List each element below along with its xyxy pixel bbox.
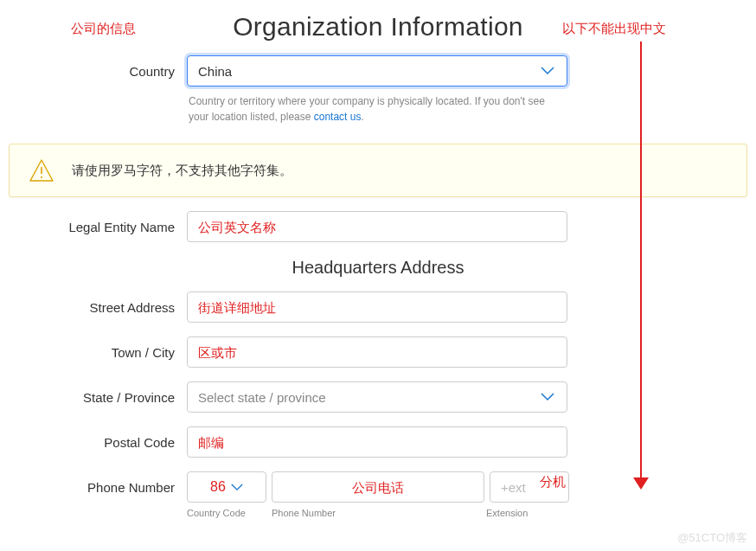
headquarters-heading: Headquarters Address <box>0 258 756 278</box>
chevron-down-icon <box>541 393 554 401</box>
street-input[interactable] <box>187 292 567 323</box>
chevron-down-icon <box>541 67 554 75</box>
state-select[interactable]: Select state / province <box>187 381 567 413</box>
annotation-arrow-line <box>640 42 642 483</box>
annotation-arrow-head-icon <box>633 477 649 490</box>
country-select-value: China <box>198 64 232 79</box>
annotation-company-info: 公司的信息 <box>71 21 136 37</box>
country-code-value: 86 <box>210 479 226 495</box>
annotation-no-chinese: 以下不能出现中文 <box>562 21 666 37</box>
legal-entity-input[interactable] <box>187 211 567 242</box>
country-select[interactable]: China <box>187 55 567 86</box>
country-help-text: Country or territory where your company … <box>187 93 567 125</box>
phone-label: Phone Number <box>14 480 187 495</box>
country-code-select[interactable]: 86 <box>187 471 266 503</box>
alert-text: 请使用罗马字符，不支持其他字符集。 <box>72 163 292 179</box>
state-select-placeholder: Select state / province <box>198 390 326 405</box>
organization-form: Country China Country or territory where… <box>0 55 756 518</box>
watermark: @51CTO博客 <box>677 530 747 546</box>
postal-label: Postal Code <box>14 435 187 450</box>
phone-sub-labels: Country Code Phone Number Extension <box>187 508 756 518</box>
postal-input[interactable] <box>187 426 567 458</box>
phone-number-input[interactable] <box>272 471 484 503</box>
charset-alert: 请使用罗马字符，不支持其他字符集。 <box>9 144 747 197</box>
contact-us-link[interactable]: contact us <box>314 111 362 123</box>
sub-label-ext: Extension <box>486 508 566 518</box>
city-label: Town / City <box>14 345 187 360</box>
legal-entity-label: Legal Entity Name <box>14 220 187 234</box>
svg-point-1 <box>41 176 42 178</box>
phone-ext-input[interactable] <box>490 471 569 503</box>
state-label: State / Province <box>14 390 187 405</box>
chevron-down-icon <box>231 484 243 491</box>
sub-label-number: Phone Number <box>272 508 486 518</box>
country-label: Country <box>14 64 187 79</box>
sub-label-cc: Country Code <box>187 508 272 518</box>
street-label: Street Address <box>14 300 187 315</box>
city-input[interactable] <box>187 336 567 368</box>
warning-icon <box>29 158 54 183</box>
